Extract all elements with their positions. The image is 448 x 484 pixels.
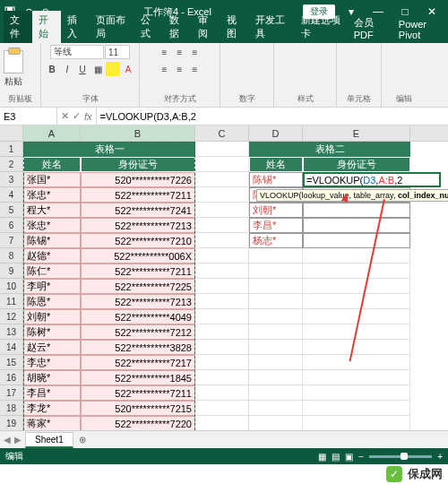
- worksheet-grid[interactable]: A B C D E 1表格一表格二2姓名身份证号姓名身份证号3张国*520***…: [0, 125, 448, 448]
- cell[interactable]: 李龙*: [23, 401, 81, 416]
- cell[interactable]: 522**********7217: [81, 355, 195, 370]
- cell[interactable]: [249, 248, 303, 264]
- zoom-slider[interactable]: [369, 455, 432, 458]
- cell[interactable]: [303, 279, 410, 294]
- cell[interactable]: [249, 264, 303, 279]
- cell[interactable]: [249, 370, 303, 385]
- cell[interactable]: 表格二: [249, 142, 410, 157]
- row-header[interactable]: 13: [0, 324, 23, 340]
- col-header-e[interactable]: E: [303, 125, 410, 141]
- row-header[interactable]: 19: [0, 416, 23, 431]
- row-header[interactable]: 11: [0, 294, 23, 309]
- align-top-icon[interactable]: ≡: [158, 45, 172, 59]
- sheet-next-icon[interactable]: ▶: [14, 435, 22, 445]
- italic-icon[interactable]: I: [60, 62, 74, 76]
- cell[interactable]: [303, 370, 410, 385]
- tab-pdf[interactable]: 会员PDF: [348, 13, 392, 43]
- cell[interactable]: 赵云*: [23, 340, 81, 355]
- cell[interactable]: [195, 279, 249, 294]
- tab-data[interactable]: 数据: [163, 11, 192, 43]
- cell[interactable]: 刘朝*: [249, 203, 303, 218]
- row-header[interactable]: 15: [0, 355, 23, 370]
- underline-icon[interactable]: U: [75, 62, 90, 76]
- cell[interactable]: [249, 279, 303, 294]
- cell[interactable]: 赵德*: [23, 248, 81, 264]
- tab-layout[interactable]: 页面布局: [90, 11, 134, 43]
- cell[interactable]: [303, 233, 410, 248]
- cell[interactable]: [303, 385, 410, 401]
- cell[interactable]: [303, 416, 410, 431]
- cell[interactable]: 张忠*: [23, 218, 81, 233]
- tab-powerpivot[interactable]: Power Pivot: [392, 16, 448, 43]
- cell[interactable]: [249, 355, 303, 370]
- cell[interactable]: [303, 203, 410, 218]
- fill-color-icon[interactable]: [106, 62, 120, 76]
- row-header[interactable]: 1: [0, 142, 23, 157]
- sheet-prev-icon[interactable]: ◀: [4, 435, 11, 445]
- add-sheet-icon[interactable]: ⊕: [73, 435, 91, 445]
- sheet-tab-1[interactable]: Sheet1: [25, 432, 73, 448]
- align-right-icon[interactable]: ≡: [188, 62, 202, 76]
- cell[interactable]: [195, 294, 249, 309]
- tab-insert[interactable]: 插入: [61, 11, 90, 43]
- zoom-in-icon[interactable]: +: [437, 452, 443, 462]
- cell[interactable]: [195, 385, 249, 401]
- cell[interactable]: 表格一: [23, 142, 195, 157]
- border-icon[interactable]: ▦: [90, 62, 105, 76]
- cell[interactable]: 522**********7211: [81, 385, 195, 401]
- active-cell-editor[interactable]: =VLOOKUP(D3,A:B,2: [303, 172, 441, 187]
- col-header-c[interactable]: C: [195, 125, 249, 141]
- cell[interactable]: 李忠*: [23, 355, 81, 370]
- tab-view[interactable]: 视图: [220, 11, 249, 43]
- cell[interactable]: 蒋家*: [23, 416, 81, 431]
- cell[interactable]: [249, 294, 303, 309]
- cell[interactable]: 姓名: [249, 157, 303, 172]
- paste-button[interactable]: 粘贴: [4, 50, 23, 88]
- font-name-select[interactable]: 等线: [50, 45, 104, 59]
- cell[interactable]: 522**********3828: [81, 340, 195, 355]
- cell[interactable]: 522**********7212: [81, 324, 195, 340]
- cell[interactable]: 杨志*: [249, 233, 303, 248]
- cell[interactable]: [195, 416, 249, 431]
- tab-custom[interactable]: 新建选项卡: [295, 11, 348, 43]
- cell[interactable]: [303, 294, 410, 309]
- view-normal-icon[interactable]: ▦: [318, 452, 326, 462]
- cell[interactable]: [195, 370, 249, 385]
- cell[interactable]: 李昌*: [249, 218, 303, 233]
- row-header[interactable]: 3: [0, 172, 23, 187]
- cell[interactable]: [195, 355, 249, 370]
- cell[interactable]: 522**********7213: [81, 218, 195, 233]
- cell[interactable]: 522**********7213: [81, 294, 195, 309]
- select-all-corner[interactable]: [0, 125, 23, 141]
- tab-file[interactable]: 文件: [4, 11, 32, 43]
- cell[interactable]: 张国*: [23, 172, 81, 187]
- row-header[interactable]: 14: [0, 340, 23, 355]
- cell[interactable]: [303, 401, 410, 416]
- cell[interactable]: 520**********7215: [81, 401, 195, 416]
- row-header[interactable]: 17: [0, 385, 23, 401]
- cell[interactable]: [195, 218, 249, 233]
- cell[interactable]: [303, 340, 410, 355]
- cell[interactable]: [303, 218, 410, 233]
- cell[interactable]: [303, 264, 410, 279]
- cell[interactable]: 身份证号: [81, 157, 195, 172]
- align-left-icon[interactable]: ≡: [158, 62, 172, 76]
- cell[interactable]: [195, 401, 249, 416]
- zoom-out-icon[interactable]: −: [358, 452, 364, 462]
- cell[interactable]: 522**********1845: [81, 370, 195, 385]
- tab-review[interactable]: 审阅: [192, 11, 220, 43]
- view-break-icon[interactable]: ▣: [345, 452, 353, 462]
- cell[interactable]: 522**********006X: [81, 248, 195, 264]
- cell[interactable]: [195, 157, 249, 172]
- cell[interactable]: [195, 233, 249, 248]
- cell[interactable]: [195, 340, 249, 355]
- cell[interactable]: [249, 416, 303, 431]
- cell[interactable]: 陈锡*: [249, 172, 303, 187]
- row-header[interactable]: 6: [0, 218, 23, 233]
- fx-icon[interactable]: fx: [84, 111, 92, 122]
- row-header[interactable]: 5: [0, 203, 23, 218]
- cell[interactable]: [249, 401, 303, 416]
- align-bottom-icon[interactable]: ≡: [188, 45, 202, 59]
- formula-input[interactable]: =VLOOKUP(D3,A:B,2: [97, 108, 448, 125]
- row-header[interactable]: 12: [0, 309, 23, 324]
